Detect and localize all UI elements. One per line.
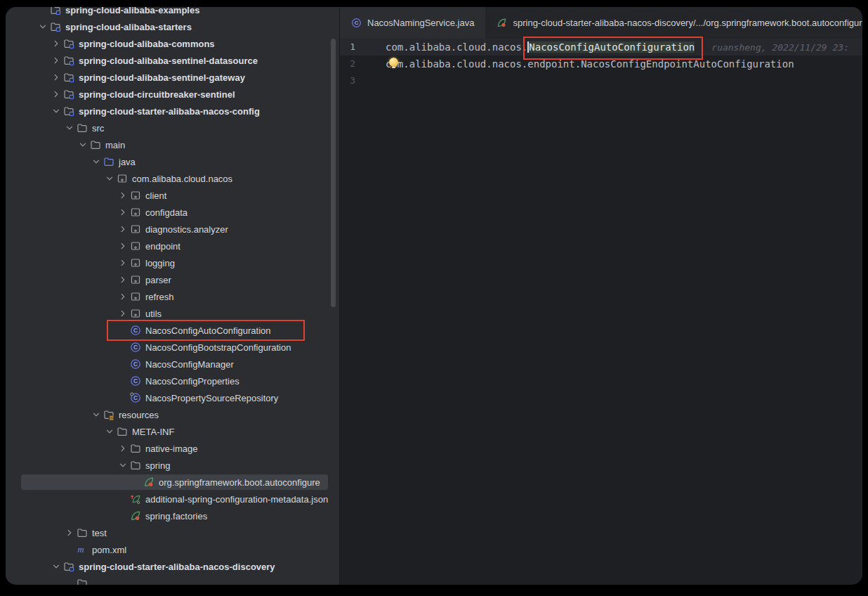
tab-label: spring-cloud-starter-alibaba-nacos-disco… [513, 18, 862, 28]
chevron-right-icon[interactable] [117, 308, 129, 319]
tree-row-spring-cloud-circuitbreaker-sentinel[interactable]: spring-cloud-circuitbreaker-sentinel [6, 86, 339, 103]
tree-row-nacosconfigbootstrapconfiguration[interactable]: CNacosConfigBootstrapConfiguration [6, 339, 339, 356]
svg-text:m: m [78, 545, 84, 555]
tree-scrollbar[interactable] [331, 39, 336, 307]
chevron-down-icon[interactable] [103, 426, 116, 437]
chevron-right-icon[interactable] [117, 240, 129, 252]
chevron-right-icon[interactable] [50, 38, 63, 49]
code-line-3[interactable]: 3 [340, 72, 862, 89]
tree-row-com-alibaba-cloud-nacos[interactable]: com.alibaba.cloud.nacos [6, 170, 339, 187]
tree-row-nacospropertysourcerepository[interactable]: CNacosPropertySourceRepository [6, 389, 339, 406]
chevron-right-icon[interactable] [117, 257, 129, 268]
tree-row-spring-cloud-starter-alibaba-nacos-confi[interactable]: spring-cloud-starter-alibaba-nacos-confi… [6, 103, 339, 119]
chevron-right-icon[interactable] [117, 224, 129, 235]
package-icon [129, 240, 142, 252]
tree-row-logging[interactable]: logging [6, 254, 339, 271]
spring-meta-icon [129, 493, 142, 505]
chevron-spacer [117, 325, 129, 336]
tree-row-resources[interactable]: resources [6, 406, 339, 423]
chevron-right-icon[interactable] [117, 291, 129, 302]
tree-row-spring-cloud-alibaba-starters[interactable]: spring-cloud-alibaba-starters [6, 18, 339, 35]
chevron-right-icon[interactable] [50, 55, 63, 66]
chevron-down-icon[interactable] [77, 139, 89, 150]
chevron-right-icon[interactable] [63, 527, 76, 538]
editor-tab-active[interactable]: spring-cloud-starter-alibaba-nacos-disco… [485, 7, 862, 39]
tree-row-src[interactable]: src [6, 119, 339, 136]
tree-row-endpoint[interactable]: endpoint [6, 238, 339, 254]
tree-row[interactable] [6, 575, 339, 585]
tree-item-label: resources [119, 410, 159, 420]
tree-row-pom-xml[interactable]: mpom.xml [6, 541, 339, 558]
tree-row-java[interactable]: java [6, 153, 339, 170]
module-folder-icon [63, 89, 75, 100]
chevron-right-icon[interactable] [117, 207, 129, 218]
java-class-icon: C [351, 18, 362, 28]
class-icon: C [129, 375, 142, 387]
chevron-spacer [117, 493, 129, 505]
tree-item-label: spring.factories [145, 511, 207, 522]
svg-text:C: C [133, 361, 138, 368]
chevron-right-icon[interactable] [117, 443, 129, 454]
tree-row-refresh[interactable]: refresh [6, 288, 339, 305]
editor-tab[interactable]: CNacosNamingService.java [340, 7, 485, 39]
tree-row-spring[interactable]: spring [6, 457, 339, 474]
tree-row-parser[interactable]: parser [6, 271, 339, 288]
module-folder-icon [63, 55, 75, 66]
tree-row-configdata[interactable]: configdata [6, 204, 339, 221]
chevron-right-icon[interactable] [117, 274, 129, 285]
code-line-1[interactable]: 1com.alibaba.cloud.nacos.NacosConfigAuto… [340, 39, 862, 56]
chevron-down-icon[interactable] [90, 156, 103, 167]
tree-row-meta-inf[interactable]: META-INF [6, 423, 339, 440]
module-folder-icon [49, 7, 62, 15]
maven-icon: m [76, 544, 88, 555]
ide-window: spring-cloud-alibaba-examplesspring-clou… [6, 7, 862, 585]
code-editor[interactable]: 1com.alibaba.cloud.nacos.NacosConfigAuto… [340, 39, 862, 585]
tree-item-label: client [145, 190, 166, 201]
tree-row-spring-cloud-alibaba-commons[interactable]: spring-cloud-alibaba-commons [6, 35, 339, 52]
folder-icon [76, 527, 88, 538]
tree-row-spring-cloud-alibaba-sentinel-datasource[interactable]: spring-cloud-alibaba-sentinel-datasource [6, 52, 339, 69]
chevron-down-icon[interactable] [117, 460, 129, 471]
tree-row-spring-cloud-starter-alibaba-nacos-disco[interactable]: spring-cloud-starter-alibaba-nacos-disco… [6, 558, 339, 575]
code-line-2[interactable]: 2com.alibaba.cloud.nacos.endpoint.NacosC… [340, 56, 862, 72]
svg-text:C: C [133, 327, 138, 334]
tree-row-main[interactable]: main [6, 136, 339, 153]
chevron-down-icon[interactable] [50, 561, 63, 572]
chevron-spacer [37, 7, 49, 15]
module-folder-icon [63, 561, 75, 572]
tree-item-label: diagnostics.analyzer [145, 224, 228, 235]
tree-row-nacosconfigautoconfiguration[interactable]: CNacosConfigAutoConfiguration [6, 322, 339, 339]
code-text: com.alibaba.cloud.nacos.endpoint.NacosCo… [386, 56, 794, 72]
tree-row-additional-spring-configuration-metadata[interactable]: additional-spring-configuration-metadata… [6, 491, 339, 507]
chevron-right-icon[interactable] [50, 89, 63, 100]
tree-item-label: endpoint [145, 241, 180, 252]
tree-row-org-springframework-boot-autoconfigure[interactable]: org.springframework.boot.autoconfigure [6, 474, 339, 491]
chevron-down-icon[interactable] [90, 409, 103, 420]
tree-item-label: NacosConfigBootstrapConfiguration [145, 342, 291, 353]
tree-row-utils[interactable]: utils [6, 305, 339, 322]
tree-row-test[interactable]: test [6, 524, 339, 541]
chevron-down-icon[interactable] [103, 173, 116, 184]
tree-item-label: spring-cloud-circuitbreaker-sentinel [79, 89, 235, 100]
chevron-right-icon[interactable] [50, 72, 63, 83]
chevron-down-icon[interactable] [37, 21, 49, 32]
folder-icon [129, 443, 142, 454]
tree-row-spring-cloud-alibaba-sentinel-gateway[interactable]: spring-cloud-alibaba-sentinel-gateway [6, 69, 339, 86]
tree-row-spring-factories[interactable]: spring.factories [6, 507, 339, 524]
class-marked-icon: C [129, 392, 142, 403]
tree-row-nacosconfigmanager[interactable]: CNacosConfigManager [6, 356, 339, 372]
tree-row-client[interactable]: client [6, 187, 339, 204]
chevron-down-icon[interactable] [50, 105, 63, 117]
tree-item-label: spring-cloud-alibaba-examples [65, 7, 199, 15]
folder-icon [76, 122, 88, 134]
tree-item-label: pom.xml [92, 545, 126, 555]
svg-text:C: C [133, 344, 138, 351]
chevron-right-icon[interactable] [117, 190, 129, 201]
tree-item-label: parser [145, 275, 171, 285]
chevron-down-icon[interactable] [63, 122, 76, 134]
tree-row-native-image[interactable]: native-image [6, 440, 339, 457]
tree-row-spring-cloud-alibaba-examples[interactable]: spring-cloud-alibaba-examples [6, 7, 339, 18]
tree-row-nacosconfigproperties[interactable]: CNacosConfigProperties [6, 372, 339, 389]
tree-item-label: NacosConfigManager [145, 359, 234, 370]
tree-row-diagnostics-analyzer[interactable]: diagnostics.analyzer [6, 221, 339, 238]
